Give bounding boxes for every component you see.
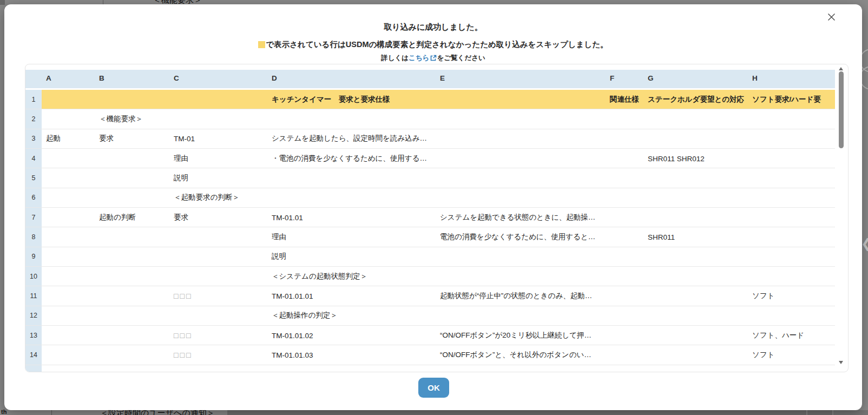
detail-prefix: 詳しくは [381,54,409,62]
table-cell-C: □□□ [174,351,192,359]
table-row: 13□□□TM-01.01.02“ON/OFFボタン”が20ミリ秒以上継続して押… [25,326,835,345]
table-row: 4理由・電池の消費を少なくするために、使用する…SHR011 SHR012 [25,149,835,168]
row-number: 9 [25,247,42,266]
table-cell-D: キッチンタイマー 要求と要求仕様 [272,95,390,104]
table-cell-E: 電池の消費を少なくするために、使用すると… [440,232,595,242]
column-header-E: E [440,74,445,82]
table-cell-A: 起動 [46,134,61,143]
row-number: 14 [25,345,42,364]
table-cell-E: システムを起動できる状態のときに、起動操… [440,213,595,222]
table-cell-G: SHR011 SHR012 [648,154,705,162]
table-row: 3起動要求TM-01システムを起動したら、設定時間を読み込み… [25,129,835,149]
dialog-detail-line: 詳しくはこちら をご覧ください [4,54,862,63]
row-number: 10 [25,267,42,286]
table-row: 8理由電池の消費を少なくするために、使用すると…SHR011 [25,227,835,247]
table-cell-C: 要求 [174,213,188,222]
column-header-C: C [174,74,179,82]
table-cell-H: ソフト [752,350,774,360]
row-number: 7 [25,208,42,227]
table-row: 5説明 [25,168,835,188]
table-cell-C: ＜起動要求の判断＞ [174,193,240,202]
imported-sheet-preview: ABCDEFGH 1キッチンタイマー 要求と要求仕様関連仕様ステークホルダ要望と… [25,64,849,372]
table-row: 14□□□TM-01.01.03“ON/OFFボタン”と、それ以外のボタンのい…… [25,345,835,365]
row-number: 13 [25,326,42,345]
table-cell-C: 理由 [174,154,188,163]
row-number: 1 [25,90,42,109]
table-cell-B: 起動の判断 [99,213,136,222]
table-cell-E: “ON/OFFボタン”が20ミリ秒以上継続して押… [440,331,591,340]
table-cell-E: “ON/OFFボタン”と、それ以外のボタンのい… [440,350,591,360]
table-cell-C: 説明 [174,173,188,183]
column-header-B: B [99,74,104,82]
table-cell-H: ソフト、ハード [752,331,804,340]
import-result-dialog: 取り込みに成功しました。 で表示されている行はUSDMの構成要素と判定されなかっ… [4,4,862,410]
table-cell-D: TM-01.01.03 [272,351,313,359]
table-row [25,365,835,372]
detail-suffix: をご覧ください [437,54,485,62]
table-cell-B: 要求 [99,134,114,143]
column-header-H: H [752,74,758,82]
row-number [25,365,42,372]
table-cell-D: ・電池の消費を少なくするために、使用する… [272,154,427,163]
scrollbar-down-arrow[interactable] [838,360,844,365]
table-cell-D: TM-01.01.02 [272,331,313,339]
dialog-header: 取り込みに成功しました。 で表示されている行はUSDMの構成要素と判定されなかっ… [4,4,862,63]
scrollbar-up-arrow[interactable] [838,66,844,71]
table-cell-H: ソフト要求/ハード要 [752,95,821,104]
column-header-G: G [648,74,654,82]
table-cell-D: ＜起動操作の判定＞ [272,311,338,320]
row-number: 11 [25,286,42,305]
table-cell-G: SHR011 [648,233,675,241]
table-cell-F: 関連仕様 [610,95,639,104]
row-number: 2 [25,109,42,128]
table-cell-G: ステークホルダ要望との対応 [648,95,744,104]
sheet-header: ABCDEFGH [25,70,835,90]
table-cell-D: システムを起動したら、設定時間を読み込み… [272,134,427,143]
table-cell-C: TM-01 [174,135,195,143]
skipped-row: 1キッチンタイマー 要求と要求仕様関連仕様ステークホルダ要望との対応ソフト要求/… [25,90,835,109]
dialog-notice-text: で表示されている行はUSDMの構成要素と判定されなかったため取り込みをスキップし… [266,40,608,49]
table-cell-C: □□□ [174,331,192,340]
table-cell-H: ソフト [752,291,774,301]
dialog-title: 取り込みに成功しました。 [4,22,862,32]
table-cell-D: 説明 [272,252,286,261]
row-number: 3 [25,129,42,148]
table-row: 9説明 [25,247,835,267]
table-cell-E: 起動状態が“停止中”の状態のときのみ、起動… [440,291,592,301]
table-cell-D: TM-01.01.01 [272,292,313,300]
external-link-icon [430,55,437,63]
table-row: 11□□□TM-01.01.01起動状態が“停止中”の状態のときのみ、起動…ソフ… [25,286,835,306]
sheet-grid: ABCDEFGH 1キッチンタイマー 要求と要求仕様関連仕様ステークホルダ要望と… [25,70,835,372]
table-row: 7起動の判断要求TM-01.01システムを起動できる状態のときに、起動操… [25,208,835,227]
dialog-notice: で表示されている行はUSDMの構成要素と判定されなかったため取り込みをスキップし… [4,39,862,50]
table-row: 12＜起動操作の判定＞ [25,306,835,326]
details-link[interactable]: こちら [409,54,429,62]
row-number: 8 [25,227,42,246]
ok-button[interactable]: OK [418,378,449,398]
table-row: 10＜システムの起動状態判定＞ [25,267,835,286]
sheet-body: 1キッチンタイマー 要求と要求仕様関連仕様ステークホルダ要望との対応ソフト要求/… [25,90,835,372]
row-number: 12 [25,306,42,325]
table-cell-D: TM-01.01 [272,213,303,221]
sheet-scrollbar [838,64,844,372]
column-header-A: A [46,74,51,82]
table-row: 2＜機能要求＞ [25,109,835,129]
row-number: 6 [25,188,42,207]
row-number: 5 [25,168,42,187]
table-cell-D: 理由 [272,232,286,242]
yellow-legend-square [258,41,265,48]
table-cell-B: ＜機能要求＞ [99,114,143,124]
scrollbar-thumb[interactable] [839,71,844,148]
table-cell-C: □□□ [174,292,192,300]
table-cell-D: ＜システムの起動状態判定＞ [272,272,367,281]
column-header-F: F [610,74,614,82]
table-row: 6＜起動要求の判断＞ [25,188,835,208]
column-header-D: D [272,74,277,82]
row-number: 4 [25,149,42,168]
